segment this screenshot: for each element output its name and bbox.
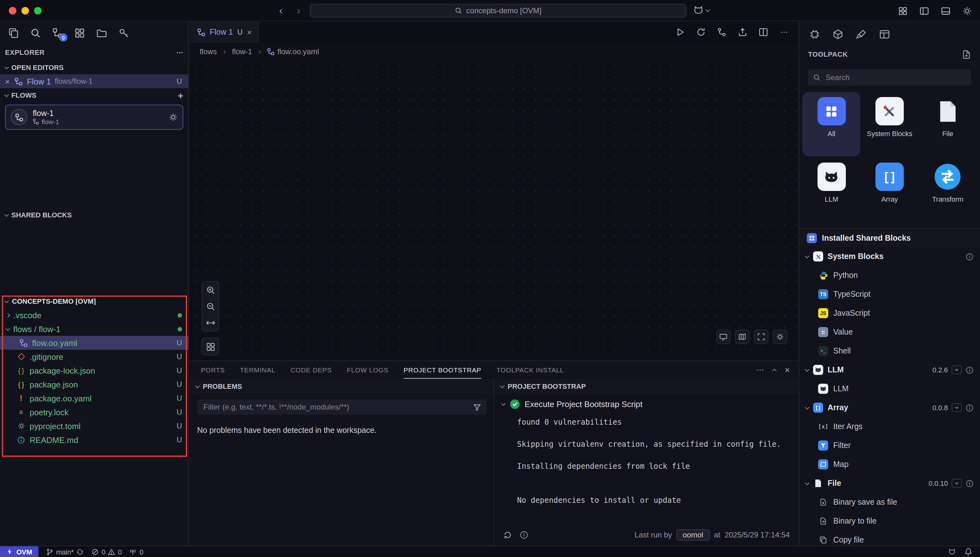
search-icon[interactable] bbox=[28, 26, 42, 40]
file-package-lock-json[interactable]: { } package-lock.json U bbox=[0, 363, 189, 378]
problems-header[interactable]: PROBLEMS bbox=[190, 379, 494, 394]
info-icon[interactable] bbox=[965, 366, 974, 374]
bell-icon[interactable] bbox=[964, 547, 972, 556]
remote-ovm-badge[interactable]: OVM bbox=[0, 546, 38, 557]
zoom-out-icon[interactable] bbox=[202, 298, 219, 314]
settings-gear-icon[interactable] bbox=[961, 5, 972, 16]
group-array[interactable]: [ ] Array 0.0.8 bbox=[799, 398, 980, 417]
file-poetry-lock[interactable]: ≡ poetry.lock U bbox=[0, 405, 189, 419]
fullscreen-icon[interactable] bbox=[754, 329, 769, 344]
panel-maximize-chevron-icon[interactable] bbox=[773, 367, 776, 372]
panel-close-icon[interactable]: × bbox=[785, 365, 790, 375]
version-dropdown[interactable] bbox=[952, 403, 962, 412]
info-icon[interactable] bbox=[965, 479, 974, 487]
flow-settings-gear-icon[interactable] bbox=[169, 113, 178, 122]
cat-icon[interactable] bbox=[948, 547, 956, 556]
tab-terminal[interactable]: TERMINAL bbox=[240, 361, 276, 379]
flow-canvas[interactable] bbox=[190, 60, 799, 360]
filter-funnel-icon[interactable] bbox=[473, 403, 481, 411]
tab-project-bootstrap[interactable]: PROJECT BOOTSTRAP bbox=[404, 361, 481, 379]
command-center-search[interactable]: concepts-demo [OVM] bbox=[310, 4, 686, 18]
block-iter-args[interactable]: [x] Iter Args bbox=[799, 417, 980, 436]
file-package-json[interactable]: { } package.json U bbox=[0, 378, 189, 391]
group-llm[interactable]: LLM 0.2.6 bbox=[799, 360, 980, 379]
rerun-bootstrap-icon[interactable] bbox=[503, 531, 512, 539]
canvas-settings-gear-icon[interactable] bbox=[773, 329, 787, 344]
tile-system-blocks[interactable]: System Blocks bbox=[861, 92, 919, 156]
tab-flow-1[interactable]: Flow 1 U × bbox=[190, 21, 258, 43]
ports-status-item[interactable]: 0 bbox=[129, 548, 143, 555]
window-zoom-button[interactable] bbox=[34, 7, 42, 15]
version-dropdown[interactable] bbox=[952, 479, 962, 488]
window-minimize-button[interactable] bbox=[21, 7, 29, 15]
block-copy-file[interactable]: Copy file bbox=[799, 531, 980, 546]
block-binary-save-as-file[interactable]: Binary save as file bbox=[799, 493, 980, 511]
flow-list-item[interactable]: flow-1 flow-1 bbox=[5, 104, 183, 130]
rerun-icon[interactable] bbox=[695, 26, 707, 38]
flows-icon[interactable]: 9 bbox=[50, 26, 64, 40]
bootstrap-header[interactable]: PROJECT BOOTSTRAP bbox=[494, 379, 799, 394]
file-flow-oo-yaml[interactable]: flow.oo.yaml U bbox=[0, 336, 189, 350]
tab-close-icon[interactable]: × bbox=[247, 28, 252, 37]
layout-sidebar-icon[interactable] bbox=[918, 5, 930, 16]
block-binary-to-file[interactable]: Binary to file bbox=[799, 511, 980, 531]
file-readme-md[interactable]: README.md U bbox=[0, 433, 189, 447]
breadcrumb-flow-1[interactable]: flow-1 bbox=[219, 47, 252, 56]
tile-llm[interactable]: LLM bbox=[802, 158, 861, 222]
info-icon[interactable] bbox=[965, 252, 974, 261]
block-typescript[interactable]: TS TypeScript bbox=[799, 285, 980, 304]
panel-more-icon[interactable]: ⋯ bbox=[756, 365, 764, 374]
folder-icon[interactable] bbox=[94, 26, 108, 40]
problems-filter-input[interactable] bbox=[202, 402, 473, 412]
block-filter[interactable]: Filter bbox=[799, 436, 980, 455]
nav-back-icon[interactable]: ‹ bbox=[275, 5, 287, 17]
breadcrumb-file[interactable]: flow.oo.yaml bbox=[255, 47, 319, 56]
problems-status-item[interactable]: 0 0 bbox=[91, 548, 122, 555]
info-icon[interactable] bbox=[520, 531, 528, 539]
nav-forward-icon[interactable]: › bbox=[292, 5, 305, 17]
window-close-button[interactable] bbox=[9, 7, 16, 15]
block-javascript[interactable]: JS JavaScript bbox=[799, 304, 980, 322]
shared-blocks-header[interactable]: SHARED BLOCKS bbox=[0, 208, 189, 222]
toolpack-search-input[interactable] bbox=[824, 72, 966, 83]
add-flow-icon[interactable]: + bbox=[178, 90, 183, 101]
block-shell[interactable]: >_ Shell bbox=[799, 342, 980, 360]
flows-section-header[interactable]: FLOWS + bbox=[0, 88, 189, 102]
open-editors-header[interactable]: OPEN EDITORS bbox=[0, 60, 189, 74]
zoom-in-icon[interactable] bbox=[202, 282, 219, 298]
layout-panel-icon[interactable] bbox=[940, 5, 951, 16]
windows-layout-icon[interactable] bbox=[878, 28, 891, 40]
file-gitignore[interactable]: .gitignore U bbox=[0, 350, 189, 363]
export-icon[interactable] bbox=[737, 26, 748, 38]
folder-vscode[interactable]: .vscode bbox=[0, 308, 189, 322]
tab-toolpack-install[interactable]: TOOLPACK INSTALL bbox=[496, 361, 564, 379]
package-cube-icon[interactable] bbox=[831, 28, 844, 40]
split-editor-icon[interactable] bbox=[758, 26, 769, 38]
tile-array[interactable]: [ ] Array bbox=[861, 158, 919, 222]
brush-icon[interactable] bbox=[855, 28, 867, 40]
key-icon[interactable] bbox=[117, 26, 130, 40]
open-editor-item[interactable]: × Flow 1 flows/flow-1 U bbox=[0, 74, 189, 88]
git-branch-item[interactable]: main* bbox=[46, 548, 84, 555]
project-root-header[interactable]: CONCEPTS-DEMO [OVM] bbox=[0, 294, 189, 308]
more-actions-icon[interactable]: ⋯ bbox=[176, 48, 183, 56]
screen-icon[interactable] bbox=[716, 329, 731, 344]
file-pyproject-toml[interactable]: pyproject.toml U bbox=[0, 419, 189, 433]
breadcrumb-flows[interactable]: flows bbox=[200, 47, 217, 56]
new-toolpack-file-icon[interactable] bbox=[962, 49, 971, 59]
blocks-grid-icon[interactable] bbox=[72, 26, 86, 40]
group-file[interactable]: File 0.0.10 bbox=[799, 474, 980, 493]
bootstrap-task-row[interactable]: Execute Project Bootstrap Script bbox=[494, 394, 799, 414]
info-icon[interactable] bbox=[965, 404, 974, 412]
version-dropdown[interactable] bbox=[952, 365, 962, 374]
tile-file[interactable]: File bbox=[918, 92, 977, 156]
fit-width-icon[interactable] bbox=[202, 314, 219, 331]
tile-all[interactable]: All bbox=[802, 92, 861, 156]
block-llm[interactable]: LLM bbox=[799, 379, 980, 398]
tab-flow-logs[interactable]: FLOW LOGS bbox=[347, 361, 388, 379]
more-actions-icon[interactable]: ⋯ bbox=[778, 26, 790, 38]
merge-run-icon[interactable] bbox=[716, 26, 727, 38]
auto-layout-icon[interactable] bbox=[202, 338, 219, 355]
block-map[interactable]: Map bbox=[799, 455, 980, 474]
file-package-oo-yaml[interactable]: ! package.oo.yaml U bbox=[0, 391, 189, 405]
